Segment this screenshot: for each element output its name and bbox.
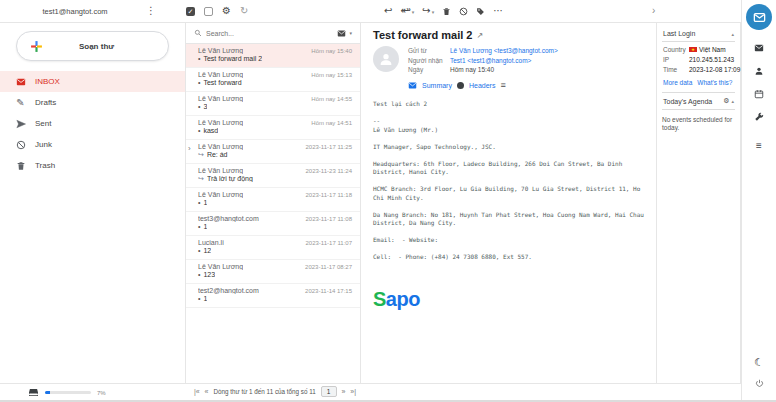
reply-button[interactable]: ↩ [384,5,392,17]
sidebar-item-junk[interactable]: Junk [0,134,185,155]
trash-icon [442,7,451,16]
rail-calendar-button[interactable] [754,89,764,99]
status-dot-icon: • [198,55,200,62]
message-row[interactable]: Lê Văn LươngHôm nay 14:55 •3 [186,92,360,116]
tab-headers[interactable]: Headers [469,82,495,89]
power-icon [755,379,764,388]
status-dot-icon: • [198,79,200,86]
page-number-input[interactable] [321,386,337,397]
message-row[interactable]: Lucian.li2023-11-17 11:07 •12 [186,236,360,260]
message-row[interactable]: test3@hangtot.com2023-11-17 11:08 •1 [186,212,360,236]
dark-mode-toggle[interactable]: ☾ [754,356,764,369]
rail-menu-button[interactable]: ≡ [756,135,762,153]
to-value[interactable]: Test1 <test1@hangtot.com> [450,57,531,64]
account-menu-icon[interactable]: ⋮ [146,5,156,16]
tag-icon [476,7,485,16]
thread-expand-icon[interactable]: › [188,144,191,153]
message-sender: test3@hangtot.com [198,215,259,222]
footer-bar: 7% |« « Dòng thư từ 1 đến 11 của tổng số… [0,383,741,400]
folder-label: Trash [35,161,55,170]
agenda-title: Today's Agenda [663,98,712,105]
collapse-icon[interactable]: ▴ [731,98,734,104]
message-row[interactable]: Lê Văn LươngHôm nay 15:13 •Test forward [186,68,360,92]
app-logo[interactable] [746,4,772,30]
send-icon [15,119,26,129]
compose-label: Soạn thư [43,42,150,51]
account-email[interactable]: test1@hangtot.com [14,0,136,23]
date-value: Hôm nay 15:40 [450,66,494,73]
person-icon [754,66,764,76]
inbox-icon [15,77,26,87]
mail-view: Test forward mail 2 ↗ Gửi từLê Văn Lương… [361,23,657,383]
folder-label: Sent [35,119,51,128]
message-sender: Lê Văn Lương [198,167,243,174]
message-sender: Lê Văn Lương [198,71,243,78]
message-sender: Lê Văn Lương [198,95,243,102]
message-row[interactable]: Lê Văn Lương2023-11-17 08:27 •123 [186,260,360,284]
forward-button[interactable]: ↪▾ [422,5,434,17]
sidebar-item-inbox[interactable]: INBOX [0,71,185,92]
message-subject: 12 [203,247,211,254]
to-label: Người nhận [408,57,450,64]
more-data-link[interactable]: More data [663,79,692,86]
quota-percent: 7% [97,390,106,396]
gear-icon[interactable]: ⚙ [723,97,729,105]
envelope-icon [753,11,766,24]
replied-icon: ↪ [198,175,204,182]
mail-subject: Test forward mail 2 [373,29,472,41]
sidebar-item-drafts[interactable]: ✎ Drafts [0,92,185,113]
rail-settings-button[interactable] [754,112,764,122]
message-rows: Lê Văn LươngHôm nay 15:40 •Test forward … [186,44,360,308]
folder-sidebar: Soạn thư INBOX ✎ Drafts Sent Junk Trash [0,23,185,383]
reply-all-icon: ↩ [402,5,410,17]
message-row[interactable]: Lê Văn Lương2023-11-17 11:18 •1 [186,188,360,212]
more-button[interactable]: ⋯ [493,5,503,17]
select-all-checkbox[interactable]: ✓ [186,7,195,16]
sidebar-item-trash[interactable]: Trash [0,155,185,176]
open-in-new-window-icon[interactable]: ↗ [476,31,483,40]
last-login-title: Last Login [663,30,695,37]
list-options-button[interactable]: ▾ [337,29,352,38]
mail-body-text: Test lại cách 2 -- Lê Văn Lương (Mr.) IT… [373,100,644,262]
message-row[interactable]: test2@hangtot.com2023-11-14 17:15 •1 [186,284,360,308]
message-sender: test2@hangtot.com [198,287,259,294]
message-row[interactable]: Lê Văn Lương2023-11-23 11:24 ↪Trả lời tự… [186,164,360,188]
pagination-text: Dòng thư từ 1 đến 11 của tổng số 11 [213,388,315,395]
next-page-button[interactable]: » [342,388,346,395]
prev-page-button[interactable]: « [205,388,209,395]
delete-button[interactable] [442,7,451,16]
info-panel: Last Login ▴ Country★Việt Nam IP210.245.… [657,23,741,383]
message-subject: 1 [203,223,207,230]
envelope-icon [337,29,346,38]
message-row[interactable]: › Lê Văn Lương2023-11-17 11:25 ↪Re: ád [186,140,360,164]
chevron-down-icon: ▾ [432,7,435,17]
collapse-panel-arrow[interactable]: › [652,5,655,16]
message-date: 2023-11-14 17:15 [305,288,352,294]
last-page-button[interactable]: »| [350,388,356,395]
mail-toolbar: ↩ ↩▾ ↪▾ ⋯ [384,4,503,18]
refresh-icon[interactable]: ↻ [240,6,248,16]
search-input[interactable] [206,30,333,37]
from-value[interactable]: Lê Văn Lương <test3@hangtot.com> [450,47,558,54]
rail-mail-button[interactable] [754,43,764,53]
sidebar-item-sent[interactable]: Sent [0,113,185,134]
tag-button[interactable] [476,7,485,16]
menu-icon: ≡ [756,140,762,151]
settings-gear-icon[interactable]: ⚙ [222,6,231,16]
compose-button[interactable]: Soạn thư [16,31,169,61]
whats-this-link[interactable]: What's this? [697,79,732,86]
layout-toggle-icon[interactable] [204,7,213,16]
message-date: 2023-11-17 08:27 [305,264,352,270]
rail-contacts-button[interactable] [754,66,764,76]
logout-button[interactable] [755,379,764,388]
reply-all-button[interactable]: ↩▾ [400,5,414,17]
tab-summary[interactable]: Summary [422,82,452,89]
message-row[interactable]: Lê Văn LươngHôm nay 14:51 •kasd [186,116,360,140]
message-menu-icon[interactable]: ≡ [500,80,505,90]
collapse-icon[interactable]: ▴ [731,31,734,37]
sapo-logo: Sapo [373,288,644,311]
message-subject: 3 [203,103,207,110]
junk-button[interactable] [459,7,468,16]
first-page-button[interactable]: |« [194,388,200,395]
message-row[interactable]: Lê Văn LươngHôm nay 15:40 •Test forward … [186,44,360,68]
